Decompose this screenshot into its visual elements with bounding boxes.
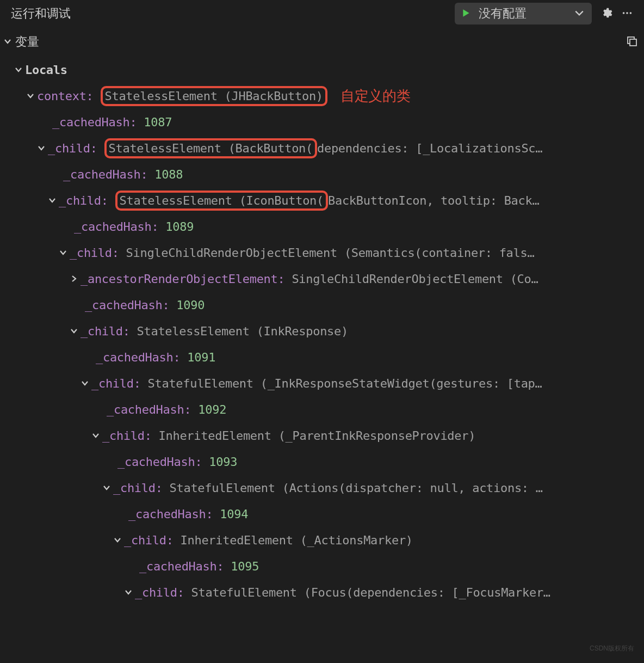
chevron-down-icon xyxy=(12,65,25,74)
var-value: 1088 xyxy=(154,168,183,181)
var-key: _child: xyxy=(91,377,141,390)
var-key: _child: xyxy=(59,194,108,207)
var-key: _child: xyxy=(81,324,130,338)
var-value: 1095 xyxy=(231,560,259,573)
watermark: CSDN版权所有 xyxy=(590,644,634,653)
variables-section-header[interactable]: 变量 xyxy=(0,29,644,54)
header-actions: 没有配置 xyxy=(455,3,633,24)
var-value: StatelessElement (BackButton( xyxy=(109,142,313,155)
var-key: _cachedHash: xyxy=(96,351,180,364)
var-key: _cachedHash: xyxy=(107,403,191,416)
var-value: StatefulElement (Actions(dispatcher: nul… xyxy=(170,481,543,495)
var-key: context: xyxy=(37,89,94,103)
config-label: 没有配置 xyxy=(479,5,527,22)
chevron-down-icon xyxy=(100,483,113,492)
var-key: _child: xyxy=(124,533,174,547)
var-key: _child: xyxy=(102,429,152,443)
chevron-down-icon xyxy=(67,327,81,335)
gear-icon[interactable] xyxy=(600,7,612,21)
var-key: _cachedHash: xyxy=(74,220,158,234)
var-value: InheritedElement (_ParentInkResponseProv… xyxy=(159,429,476,443)
tree-node-cachedhash[interactable]: _cachedHash: 1095 xyxy=(0,553,644,579)
chevron-down-icon xyxy=(78,379,91,388)
highlight-box: StatelessElement (JHBackButton) xyxy=(101,86,327,106)
tree-node-child[interactable]: _child: StatefulElement (Focus(dependenc… xyxy=(0,579,644,605)
var-key: _ancestorRenderObjectElement: xyxy=(81,272,284,286)
var-value: StatelessElement (InkResponse) xyxy=(137,324,348,338)
var-key: _child: xyxy=(48,142,97,155)
var-key: _cachedHash: xyxy=(85,298,169,312)
tree-node-context[interactable]: context: StatelessElement (JHBackButton)… xyxy=(0,83,644,109)
var-key: _child: xyxy=(70,246,119,260)
collapse-all-icon[interactable] xyxy=(626,35,639,50)
var-key: _cachedHash: xyxy=(52,115,137,129)
var-value: InheritedElement (_ActionsMarker) xyxy=(181,533,413,547)
node-label: Locals xyxy=(25,63,67,77)
var-value: 1087 xyxy=(144,115,172,129)
tree-node-cachedhash[interactable]: _cachedHash: 1094 xyxy=(0,501,644,527)
tree-node-child[interactable]: _child: SingleChildRenderObjectElement (… xyxy=(0,240,644,266)
var-value: 1091 xyxy=(187,351,215,364)
tree-node-cachedhash[interactable]: _cachedHash: 1092 xyxy=(0,396,644,422)
tree-node-ancestor[interactable]: _ancestorRenderObjectElement: SingleChil… xyxy=(0,266,644,292)
chevron-right-icon xyxy=(67,274,81,283)
annotation-text: 自定义的类 xyxy=(340,87,411,106)
tree-node-locals[interactable]: Locals xyxy=(0,57,644,83)
var-value: StatelessElement (IconButton( xyxy=(120,194,324,207)
chevron-down-icon xyxy=(35,144,48,152)
debug-config-dropdown[interactable]: 没有配置 xyxy=(455,3,592,24)
svg-point-2 xyxy=(630,12,632,14)
var-key: _cachedHash: xyxy=(63,168,147,181)
var-value: StatefulElement (Focus(dependencies: [_F… xyxy=(191,586,550,599)
var-key: _child: xyxy=(135,586,184,599)
var-key: _child: xyxy=(113,481,163,495)
var-key: _cachedHash: xyxy=(117,455,202,469)
var-value-tail: dependencies: [_LocalizationsSc… xyxy=(317,142,542,155)
var-value: SingleChildRenderObjectElement (Co… xyxy=(292,272,538,286)
section-title: 变量 xyxy=(15,34,39,50)
chevron-down-icon xyxy=(3,37,12,47)
tree-node-child[interactable]: _child: InheritedElement (_ParentInkResp… xyxy=(0,422,644,449)
svg-point-0 xyxy=(623,12,625,14)
tree-node-cachedhash[interactable]: _cachedHash: 1090 xyxy=(0,292,644,318)
var-value: 1093 xyxy=(209,455,237,469)
tree-node-cachedhash[interactable]: _cachedHash: 1087 xyxy=(0,109,644,135)
chevron-down-icon xyxy=(46,196,59,205)
variables-tree: Locals context: StatelessElement (JHBack… xyxy=(0,54,644,605)
tree-node-cachedhash[interactable]: _cachedHash: 1091 xyxy=(0,344,644,370)
var-key: _cachedHash: xyxy=(128,507,213,521)
var-key: _cachedHash: xyxy=(139,560,224,573)
tree-node-cachedhash[interactable]: _cachedHash: 1088 xyxy=(0,161,644,187)
chevron-down-icon xyxy=(122,588,135,597)
var-value: 1090 xyxy=(176,298,205,312)
chevron-down-icon xyxy=(111,536,124,544)
svg-point-1 xyxy=(626,12,628,14)
chevron-down-icon xyxy=(89,431,102,440)
tree-node-child[interactable]: _child: StatefulElement (Actions(dispatc… xyxy=(0,475,644,501)
var-value: StatelessElement (JHBackButton) xyxy=(105,89,323,103)
tree-node-child[interactable]: _child: InheritedElement (_ActionsMarker… xyxy=(0,527,644,553)
highlight-box: StatelessElement (BackButton( xyxy=(104,138,317,158)
var-value: SingleChildRenderObjectElement (Semantic… xyxy=(126,246,535,260)
chevron-down-icon xyxy=(574,10,584,18)
panel-title: 运行和调试 xyxy=(11,5,71,22)
panel-header: 运行和调试 没有配置 xyxy=(0,0,644,29)
more-icon[interactable] xyxy=(621,7,633,21)
var-value: 1092 xyxy=(198,403,226,416)
tree-node-child[interactable]: _child: StatefulElement (_InkResponseSta… xyxy=(0,370,644,396)
tree-node-child[interactable]: _child: StatelessElement (IconButton(Bac… xyxy=(0,187,644,213)
play-icon xyxy=(461,8,471,20)
var-value-tail: BackButtonIcon, tooltip: Back… xyxy=(328,194,539,207)
highlight-box: StatelessElement (IconButton( xyxy=(115,191,328,211)
var-value: 1089 xyxy=(165,220,194,234)
svg-rect-4 xyxy=(630,39,636,46)
tree-node-cachedhash[interactable]: _cachedHash: 1089 xyxy=(0,213,644,240)
chevron-down-icon xyxy=(57,248,70,257)
var-value: StatefulElement (_InkResponseStateWidget… xyxy=(148,377,542,390)
var-value: 1094 xyxy=(220,507,248,521)
tree-node-child[interactable]: _child: StatelessElement (BackButton(dep… xyxy=(0,135,644,161)
tree-node-child[interactable]: _child: StatelessElement (InkResponse) xyxy=(0,318,644,344)
chevron-down-icon xyxy=(24,91,37,100)
tree-node-cachedhash[interactable]: _cachedHash: 1093 xyxy=(0,449,644,475)
